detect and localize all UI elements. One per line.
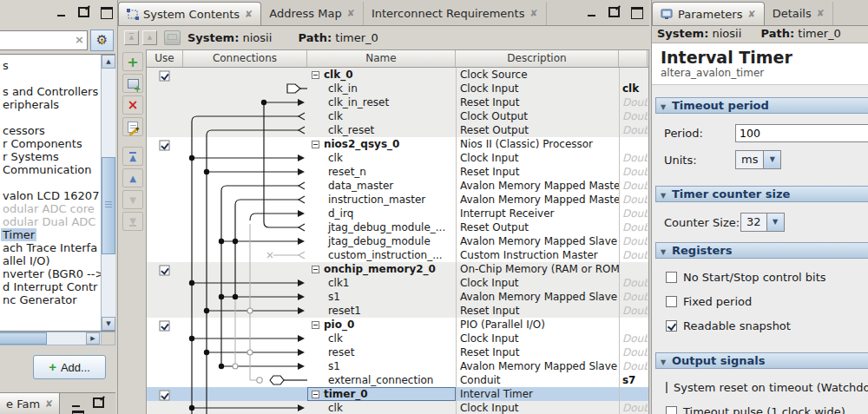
- use-checkbox[interactable]: [160, 140, 170, 150]
- signal-name-cell[interactable]: clk: [307, 151, 456, 165]
- minimize-icon[interactable]: [587, 7, 599, 17]
- signal-name-cell[interactable]: instruction_master: [307, 193, 456, 207]
- table-row[interactable]: data_masterAvalon Memory Mapped MasterDo…: [147, 179, 648, 193]
- list-item[interactable]: nverter (BGR0 -->: [1, 267, 101, 280]
- module-name-cell[interactable]: pio_0: [307, 318, 456, 332]
- list-item[interactable]: allel I/O): [1, 254, 101, 267]
- signal-name-cell[interactable]: clk_in: [307, 82, 456, 95]
- signal-name-cell[interactable]: jtag_debug_module_...: [307, 220, 456, 234]
- module-name-cell[interactable]: onchip_memory2_0: [307, 262, 456, 276]
- table-row[interactable]: d_irqInterrupt ReceiverDouble-click: [147, 207, 648, 220]
- table-row[interactable]: external_connectionConduits7: [147, 373, 648, 387]
- list-item[interactable]: cessors: [1, 124, 101, 137]
- list-item[interactable]: r Components: [1, 137, 101, 150]
- signal-name-cell[interactable]: s1: [307, 359, 456, 373]
- search-input[interactable]: ×: [0, 30, 88, 50]
- table-row[interactable]: clkClock InputDouble-click: [147, 332, 648, 345]
- section-header[interactable]: ▼ Registers: [655, 242, 868, 259]
- close-icon[interactable]: ✘: [529, 8, 537, 19]
- tree-collapse-toggle[interactable]: [312, 266, 319, 273]
- use-checkbox[interactable]: [160, 320, 170, 331]
- table-row[interactable]: custom_instruction_...Custom Instruction…: [147, 248, 648, 262]
- signal-name-cell[interactable]: data_master: [307, 179, 456, 193]
- remove-button[interactable]: ×: [122, 95, 143, 115]
- export-cell[interactable]: Double-click: [619, 359, 648, 373]
- list-item[interactable]: valon LCD 16207: [1, 189, 101, 202]
- move-top-button[interactable]: ▲: [122, 147, 143, 166]
- connections-cell[interactable]: [183, 82, 307, 95]
- maximize-icon[interactable]: [71, 411, 83, 414]
- export-cell[interactable]: [619, 68, 648, 82]
- section-header[interactable]: ▼ Output signals: [655, 352, 868, 369]
- table-row[interactable]: clk_resetReset OutputDouble-click: [147, 123, 648, 137]
- table-row[interactable]: clk_0Clock Source: [147, 68, 648, 82]
- connections-cell[interactable]: [183, 276, 307, 290]
- list-item[interactable]: s and Controllers: [1, 85, 101, 98]
- output-signal-checkbox[interactable]: [666, 406, 677, 414]
- list-item[interactable]: ach Trace Interfa: [1, 241, 101, 254]
- signal-name-cell[interactable]: reset_n: [307, 165, 456, 179]
- module-name-cell[interactable]: nios2_qsys_0: [307, 137, 456, 151]
- export-cell[interactable]: Double-click: [619, 234, 648, 248]
- tab-parameters[interactable]: Parameters ✘: [652, 2, 765, 25]
- table-row[interactable]: onchip_memory2_0On-Chip Memory (RAM or R…: [147, 262, 648, 276]
- signal-name-cell[interactable]: d_irq: [307, 207, 456, 220]
- close-icon[interactable]: ✘: [45, 398, 53, 410]
- export-cell[interactable]: Double-click: [619, 123, 648, 137]
- add-connection-button[interactable]: [122, 74, 143, 93]
- list-item[interactable]: eripherals: [1, 98, 101, 111]
- table-row[interactable]: reset1Reset InputDouble-click: [147, 304, 648, 318]
- period-input[interactable]: [735, 124, 868, 142]
- signal-name-cell[interactable]: jtag_debug_module: [307, 234, 456, 248]
- module-name-cell[interactable]: clk_0: [307, 68, 456, 82]
- section-header[interactable]: ▼ Timeout period: [655, 97, 868, 114]
- nav-top-button[interactable]: ▲: [124, 30, 139, 45]
- table-row[interactable]: pio_0PIO (Parallel I/O): [147, 318, 648, 332]
- table-row[interactable]: clk_in_resetReset InputDouble-click: [147, 95, 648, 109]
- list-item[interactable]: nc Generator: [1, 293, 101, 306]
- close-icon[interactable]: ✘: [245, 9, 253, 20]
- tree-collapse-toggle[interactable]: [312, 391, 319, 398]
- tab-details[interactable]: Details ✘: [765, 2, 833, 25]
- table-row[interactable]: jtag_debug_module_...Reset OutputDouble-…: [147, 220, 648, 234]
- register-checkbox[interactable]: [666, 320, 677, 332]
- list-item[interactable]: Communication: [1, 163, 101, 176]
- export-cell[interactable]: Double-click: [619, 332, 648, 345]
- connections-cell[interactable]: [183, 137, 307, 151]
- tree-collapse-toggle[interactable]: [312, 321, 319, 329]
- table-row[interactable]: clkClock InputDouble-click: [147, 151, 648, 165]
- connections-cell[interactable]: [183, 68, 307, 82]
- library-settings-button[interactable]: ⚙: [90, 30, 114, 51]
- scrollbar-thumb[interactable]: [102, 157, 115, 254]
- export-cell[interactable]: Double-click: [619, 109, 648, 123]
- scroll-up-icon[interactable]: ▲: [102, 55, 115, 69]
- nav-up-button[interactable]: ▲: [142, 30, 157, 45]
- list-item[interactable]: r Systems: [1, 150, 101, 163]
- restore-icon[interactable]: [608, 7, 621, 17]
- table-row[interactable]: reset_nReset InputDouble-click: [147, 165, 648, 179]
- use-checkbox[interactable]: [160, 70, 170, 81]
- table-row[interactable]: nios2_qsys_0Nios II (Classic) Processor: [147, 137, 648, 151]
- move-bottom-button[interactable]: ▼: [122, 212, 143, 231]
- vertical-scrollbar[interactable]: ▲ ▼: [101, 55, 115, 331]
- maximize-icon[interactable]: [100, 7, 112, 17]
- column-header-use[interactable]: Use: [147, 50, 183, 67]
- list-item[interactable]: Timer: [1, 228, 101, 241]
- export-cell[interactable]: [619, 318, 648, 332]
- close-icon[interactable]: ✘: [347, 8, 355, 19]
- minimize-icon[interactable]: [71, 398, 83, 408]
- maximize-icon[interactable]: [630, 7, 642, 17]
- signal-name-cell[interactable]: clk_in_reset: [307, 95, 456, 109]
- connections-cell[interactable]: [183, 95, 307, 109]
- connections-cell[interactable]: [183, 290, 307, 304]
- chevron-down-icon[interactable]: ▼: [766, 214, 784, 231]
- table-row[interactable]: resetReset InputDouble-click: [147, 345, 648, 359]
- list-item[interactable]: s: [1, 59, 101, 72]
- restore-icon[interactable]: [93, 398, 105, 408]
- signal-name-cell[interactable]: custom_instruction_...: [307, 248, 456, 262]
- table-row[interactable]: clkClock OutputDouble-click: [147, 109, 648, 123]
- edit-button[interactable]: [122, 117, 143, 136]
- restore-icon[interactable]: [78, 7, 90, 17]
- module-name-cell[interactable]: timer_0: [307, 387, 456, 401]
- table-row[interactable]: clkClock InputDouble-click: [147, 401, 648, 414]
